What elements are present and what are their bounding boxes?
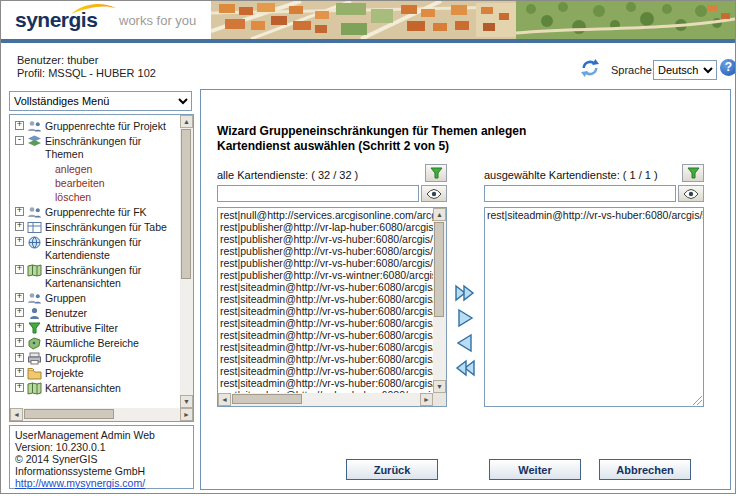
- scroll-up-button[interactable]: ▲: [180, 115, 193, 128]
- language-select[interactable]: Deutsch: [653, 60, 717, 80]
- brand-swoosh-icon: [71, 1, 117, 16]
- brand-banner: synergis works for you: [1, 1, 735, 39]
- move-right-button[interactable]: [453, 307, 477, 329]
- tree-horizontal-scrollbar: ◄ ►: [10, 408, 193, 421]
- expand-toggle[interactable]: +: [15, 222, 24, 231]
- selected-apply-filter-button[interactable]: [678, 185, 704, 202]
- tree-item-bearbeiten[interactable]: bearbeiten: [55, 177, 180, 190]
- vertical-scroll-thumb[interactable]: [181, 129, 191, 279]
- wizard-panel: Wizard Gruppeneinschränkungen für Themen…: [200, 89, 731, 490]
- list-item[interactable]: rest|publisher@http://vr-vs-huber:6080/a…: [218, 245, 433, 257]
- expand-toggle[interactable]: +: [15, 308, 24, 317]
- available-services-rows: rest|null@http://services.arcgisonline.c…: [218, 208, 433, 393]
- tree-item-raeumliche-bereiche[interactable]: + Räumliche Bereiche: [15, 337, 180, 350]
- tree-item-gruppenrechte-fk[interactable]: + Gruppenrechte für FK: [15, 206, 180, 219]
- help-button[interactable]: ?: [720, 59, 736, 76]
- list-item[interactable]: rest|publisher@http://vr-vs-huber:6080/a…: [218, 233, 433, 245]
- tree-item-label: Einschränkungen für Tabe: [45, 221, 167, 234]
- list-item[interactable]: rest|null@http://services.arcgisonline.c…: [218, 209, 433, 221]
- collapse-toggle[interactable]: -: [15, 136, 24, 145]
- available-apply-filter-button[interactable]: [421, 185, 447, 202]
- scroll-down-button[interactable]: ▼: [180, 395, 193, 408]
- header-divider: [1, 39, 735, 43]
- expand-toggle[interactable]: +: [15, 353, 24, 362]
- vertical-scroll-thumb[interactable]: [434, 222, 444, 317]
- tree-item-einschraenkungen-tabellen[interactable]: + Einschränkungen für Tabe: [15, 221, 180, 234]
- expand-toggle[interactable]: +: [15, 293, 24, 302]
- expand-toggle[interactable]: +: [15, 323, 24, 332]
- scroll-down-button[interactable]: ▼: [433, 380, 446, 393]
- horizontal-scroll-thumb[interactable]: [24, 409, 114, 419]
- list-item[interactable]: rest|publisher@http://vr-vs-wintner:6080…: [218, 269, 433, 281]
- list-item[interactable]: rest|siteadmin@http://vr-vs-huber:6080/a…: [485, 209, 703, 221]
- move-all-right-button[interactable]: [453, 282, 477, 304]
- list-item[interactable]: rest|siteadmin@http://vr-vs-huber:6080/a…: [218, 317, 433, 329]
- list-item[interactable]: rest|siteadmin@http://vr-vs-huber:6080/a…: [218, 365, 433, 377]
- resize-grip[interactable]: [692, 395, 702, 405]
- scroll-right-button[interactable]: ►: [420, 393, 433, 406]
- tree-item-druckprofile[interactable]: + Druckprofile: [15, 352, 180, 365]
- list-item[interactable]: rest|siteadmin@http://vr-vs-huber:6080/a…: [218, 293, 433, 305]
- scroll-right-button[interactable]: ►: [180, 408, 193, 421]
- list-item[interactable]: rest|siteadmin@http://vr-vs-huber:6080/a…: [218, 341, 433, 353]
- expand-toggle[interactable]: +: [15, 207, 24, 216]
- left-arrow-icon: [453, 332, 477, 354]
- list-item[interactable]: rest|siteadmin@http://vr-vs-huber:6080/a…: [218, 281, 433, 293]
- available-filter-input[interactable]: [217, 185, 419, 202]
- tree-item-einschraenkungen-themen[interactable]: - Einschränkungen für Themen: [15, 135, 180, 161]
- scroll-left-button[interactable]: ◄: [218, 393, 231, 406]
- selected-filter-button[interactable]: [682, 164, 704, 182]
- profile-label: Profil: MSSQL - HUBER 102: [17, 67, 156, 79]
- refresh-button[interactable]: [579, 58, 601, 80]
- list-item[interactable]: rest|siteadmin@http://vr-vs-huber:6080/a…: [218, 305, 433, 317]
- scroll-up-button[interactable]: ▲: [433, 208, 446, 221]
- spatial-area-icon: [27, 337, 42, 350]
- website-link[interactable]: http://www.mysynergis.com/: [15, 477, 145, 489]
- tree-item-gruppenrechte-projekt[interactable]: + Gruppenrechte für Projekt: [15, 120, 180, 133]
- folder-icon: [27, 367, 42, 380]
- tree-item-anlegen[interactable]: anlegen: [55, 163, 180, 176]
- expand-toggle[interactable]: +: [15, 368, 24, 377]
- selected-services-rows: rest|siteadmin@http://vr-vs-huber:6080/a…: [485, 208, 703, 406]
- list-item[interactable]: rest|publisher@http://vr-lap-huber:6080/…: [218, 221, 433, 233]
- tree-item-loeschen[interactable]: löschen: [55, 191, 180, 204]
- tree-item-attributive-filter[interactable]: + Attributive Filter: [15, 322, 180, 335]
- tree-item-projekte[interactable]: + Projekte: [15, 367, 180, 380]
- selected-filter-input[interactable]: [484, 185, 676, 202]
- back-button[interactable]: Zurück: [346, 459, 438, 480]
- expand-toggle[interactable]: +: [15, 121, 24, 130]
- language-label: Sprache:: [611, 64, 655, 76]
- horizontal-scroll-thumb[interactable]: [232, 394, 302, 404]
- filter-icon: [686, 167, 701, 180]
- cancel-button[interactable]: Abbrechen: [599, 459, 691, 480]
- list-item[interactable]: rest|siteadmin@http://vr-vs-huber:6080/a…: [218, 329, 433, 341]
- expand-toggle[interactable]: +: [15, 338, 24, 347]
- tree-item-einschraenkungen-kartenansichten[interactable]: + Einschränkungen für Kartenansichten: [15, 264, 180, 290]
- about-box: UserManagement Admin Web Version: 10.230…: [9, 425, 194, 489]
- tree-item-label: Projekte: [45, 367, 84, 380]
- scroll-left-button[interactable]: ◄: [10, 408, 23, 421]
- menu-select[interactable]: Vollständiges Menü: [9, 91, 192, 111]
- expand-toggle[interactable]: +: [15, 383, 24, 392]
- version-label: Version: 10.230.0.1: [15, 441, 188, 453]
- tree-item-benutzer[interactable]: + Benutzer: [15, 307, 180, 320]
- eye-icon: [683, 189, 699, 199]
- filter-icon: [429, 167, 444, 180]
- list-item[interactable]: rest|siteadmin@http://vr-vs-huber:6080/a…: [218, 353, 433, 365]
- next-button[interactable]: Weiter: [489, 459, 581, 480]
- expand-toggle[interactable]: +: [15, 237, 24, 246]
- expand-toggle[interactable]: +: [15, 265, 24, 274]
- tree-item-kartenansichten[interactable]: + Kartenansichten: [15, 382, 180, 395]
- list-item[interactable]: rest|publisher@http://vr-vs-huber:6080/a…: [218, 257, 433, 269]
- move-left-button[interactable]: [453, 332, 477, 354]
- move-all-left-button[interactable]: [453, 357, 477, 379]
- tree-item-label: Attributive Filter: [45, 322, 118, 335]
- tree-item-einschraenkungen-kartendienste[interactable]: + Einschränkungen für Kartendienste: [15, 236, 180, 262]
- tree-item-gruppen[interactable]: + Gruppen: [15, 292, 180, 305]
- selected-services-list[interactable]: rest|siteadmin@http://vr-vs-huber:6080/a…: [484, 207, 704, 407]
- available-services-list[interactable]: rest|null@http://services.arcgisonline.c…: [217, 207, 447, 407]
- available-filter-button[interactable]: [425, 164, 447, 182]
- copyright-label: © 2014 SynerGIS: [15, 453, 188, 465]
- list-item[interactable]: rest|siteadmin@http://vr-vs-huber:6080/a…: [218, 377, 433, 389]
- wizard-subtitle: Kartendienst auswählen (Schritt 2 von 5): [217, 139, 449, 153]
